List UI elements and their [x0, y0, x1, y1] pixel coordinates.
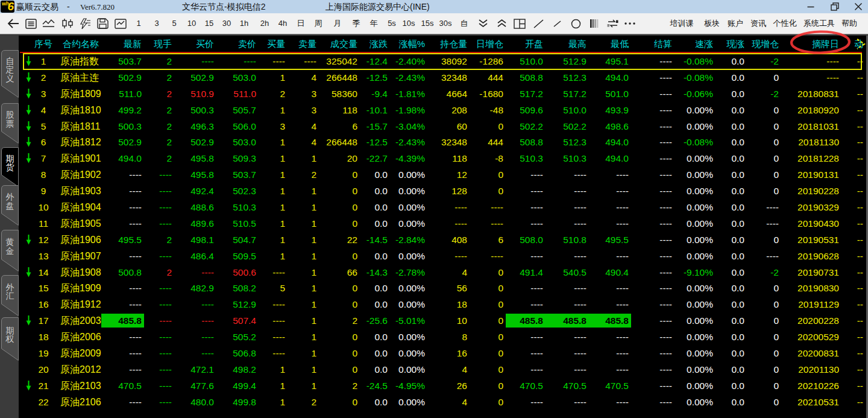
sidebar-tab-股票[interactable]: 股票	[1, 103, 19, 144]
menu-item-个性化[interactable]: 个性化	[773, 13, 797, 34]
minimize-button[interactable]	[802, 0, 819, 13]
period-button-周[interactable]: 周	[315, 13, 322, 34]
line-chart-icon[interactable]	[41, 13, 55, 34]
table-row-原油2006[interactable]: 18原油2006------------505.2----100.00.00%8…	[19, 329, 866, 345]
table-row-原油1901[interactable]: 7原油1901494.02495.8509.31120-22.7-4.39%11…	[19, 150, 866, 166]
circle-draw-icon[interactable]	[569, 13, 582, 34]
menu-item-板块[interactable]: 板块	[704, 13, 720, 34]
column-header-high[interactable]: 最高	[546, 36, 589, 52]
restore-button[interactable]	[826, 0, 843, 13]
period-button-1h[interactable]: 1h	[240, 13, 248, 34]
table-row-原油指数[interactable]: 1原油指数503.72----------------325042-12.4-2…	[19, 53, 866, 69]
table-row-原油1902[interactable]: 8原油1902--------495.8503.71200.00.00%120-…	[19, 166, 866, 183]
period-button-4h[interactable]: 4h	[278, 13, 287, 34]
segment-line-icon[interactable]	[550, 13, 564, 34]
table-row-原油2003[interactable]: 17原油2003485.8--------507.4----12-25.6-5.…	[19, 312, 866, 329]
column-header-seq[interactable]: 序号	[33, 36, 54, 52]
column-header-speed[interactable]: 速涨	[675, 36, 715, 52]
column-header-volume[interactable]: 成交量	[319, 36, 360, 52]
table-row-原油1811[interactable]: 5原油1811500.32496.3506.0346-15.7-3.04%600…	[19, 118, 866, 135]
menu-item-资讯[interactable]: 资讯	[750, 13, 766, 34]
menu-item-培训课[interactable]: 培训课	[670, 13, 694, 34]
sidebar-tab-外盘[interactable]: 外盘	[1, 185, 19, 226]
cell-nowup: 0.0	[715, 345, 747, 361]
table-row-原油1905[interactable]: 11原油1905--------489.6510.51100.00.00%---…	[19, 215, 866, 232]
period-button-日[interactable]: 日	[297, 13, 305, 34]
table-row-原油1809[interactable]: 3原油1809511.02510.9511.02358360-9.4-1.81%…	[19, 86, 866, 102]
column-header-open[interactable]: 开盘	[506, 36, 546, 52]
table-row-原油2012[interactable]: 20原油2012--------472.1498.21100.00.00%40-…	[19, 361, 866, 378]
table-row-原油1908[interactable]: 14原油1908500.82----500.6----166-14.3-2.78…	[19, 264, 866, 280]
save-icon[interactable]	[95, 13, 110, 34]
table-row-原油1810[interactable]: 4原油1810499.22500.3505.713118-10.1-1.98%2…	[19, 102, 866, 118]
column-header-bidvol[interactable]: 买量	[259, 36, 288, 52]
close-button[interactable]	[850, 0, 867, 13]
period-button-年[interactable]: 年	[370, 13, 378, 34]
period-button-5s[interactable]: 5s	[388, 13, 396, 34]
menu-item-帮助[interactable]: 帮助	[841, 13, 857, 34]
column-header-extra[interactable]: 动	[841, 36, 866, 52]
column-header-settle[interactable]: 结算	[631, 36, 675, 52]
period-button-15s[interactable]: 15s	[421, 13, 434, 34]
column-header-lastvol[interactable]: 现手	[144, 36, 174, 52]
sidebar-tab-自定义[interactable]: 自定义	[1, 50, 19, 98]
trend-line-icon[interactable]	[532, 13, 545, 34]
table-row-原油1906[interactable]: 12原油1906495.52498.1504.71122-14.5-2.84%4…	[19, 232, 866, 248]
column-header-oichg[interactable]: 日增仓	[470, 36, 506, 52]
sidebar-tab-期权[interactable]: 期权	[1, 317, 19, 361]
transfer-icon[interactable]	[605, 13, 620, 34]
column-header-askvol[interactable]: 卖量	[288, 36, 319, 52]
period-button-月[interactable]: 月	[334, 13, 342, 34]
sidebar-tab-黄金[interactable]: 黄金	[1, 230, 19, 271]
table-row-原油1812[interactable]: 6原油1812502.92502.9503.014266448-12.5-2.4…	[19, 134, 866, 150]
table-row-原油1904[interactable]: 10原油1904--------488.6510.31100.00.00%---…	[19, 199, 866, 215]
candlestick-icon[interactable]	[60, 13, 75, 34]
column-header-nowoi[interactable]: 现增仓	[747, 36, 781, 52]
table-row-原油2103[interactable]: 21原油2103470.5----477.6499.4112-24.5-4.95…	[19, 378, 866, 394]
table-row-原油2009[interactable]: 19原油2009------------506.8----100.00.00%1…	[19, 345, 866, 361]
column-header-nowup[interactable]: 现涨	[715, 36, 747, 52]
cell-bidvol: 1	[259, 102, 288, 118]
scroll-down-icon[interactable]	[476, 13, 489, 34]
period-button-自[interactable]: 自	[461, 13, 468, 34]
menu-item-账户[interactable]: 账户	[728, 13, 743, 34]
mini-chart-icon[interactable]	[113, 13, 128, 34]
table-row-原油1912[interactable]: 16原油1912------------512.9----100.00.00%1…	[19, 296, 866, 312]
period-button-2h[interactable]: 2h	[260, 13, 269, 34]
table-row-原油1903[interactable]: 9原油1903--------492.4502.31100.00.00%1280…	[19, 183, 866, 199]
column-header-oi[interactable]: 持仓量	[427, 36, 470, 52]
period-button-30s[interactable]: 30s	[439, 13, 452, 34]
period-button-季[interactable]: 季	[353, 13, 360, 34]
column-header-low[interactable]: 最低	[589, 36, 631, 52]
column-header-chg[interactable]: 涨跌	[360, 36, 390, 52]
cell-chg: 0.0	[360, 280, 390, 296]
column-header-delist[interactable]: 摘牌日	[781, 36, 841, 52]
sidebar-tab-期货[interactable]: 期货	[1, 147, 19, 187]
period-button-10[interactable]: 10	[187, 13, 196, 34]
table-row-原油主连[interactable]: 2原油主连502.92502.9503.014266448-12.5-2.43%…	[19, 69, 866, 86]
quote-list-icon[interactable]	[24, 13, 37, 34]
volume-bars-icon[interactable]	[588, 13, 601, 34]
period-button-5[interactable]: 5	[172, 13, 176, 34]
period-button-3[interactable]: 3	[154, 13, 159, 34]
table-row-原油2106[interactable]: 22原油2106--------480.0499.81200.00.00%40-…	[19, 394, 866, 410]
column-header-chgpct[interactable]: 涨幅%	[390, 36, 427, 52]
period-button-1[interactable]: 1	[136, 13, 140, 34]
cell-nowoi: -2	[747, 86, 781, 102]
table-row-原油1909[interactable]: 15原油1909--------482.9508.25100.00.00%560…	[19, 280, 866, 296]
period-button-30[interactable]: 30	[222, 13, 231, 34]
split-view-icon[interactable]	[512, 13, 527, 34]
column-header-bid[interactable]: 买价	[174, 36, 216, 52]
period-button-15[interactable]: 15	[205, 13, 213, 34]
scroll-up-icon[interactable]	[495, 13, 508, 34]
menu-item-系统工具[interactable]: 系统工具	[804, 13, 835, 34]
back-icon[interactable]	[6, 13, 20, 34]
more-tools-icon[interactable]	[623, 13, 637, 34]
period-button-10s[interactable]: 10s	[403, 13, 415, 34]
column-header-last[interactable]: 最新	[101, 36, 144, 52]
column-header-ask[interactable]: 卖价	[216, 36, 259, 52]
table-row-原油1907[interactable]: 13原油1907--------486.4509.51100.00.00%---…	[19, 248, 866, 264]
sidebar-tab-外汇[interactable]: 外汇	[1, 275, 19, 316]
flash-order-icon[interactable]	[78, 13, 92, 34]
column-header-name[interactable]: 合约名称	[54, 36, 101, 52]
